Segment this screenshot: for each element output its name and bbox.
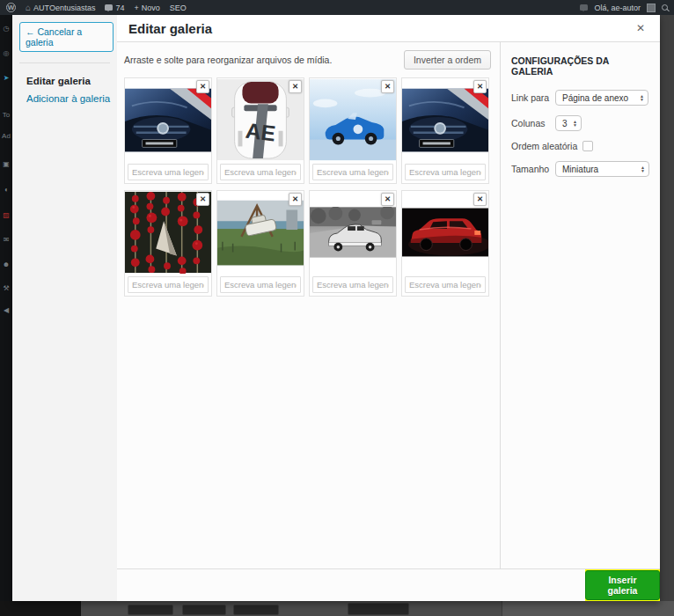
dashboard-icon: ◷ xyxy=(0,25,12,33)
ae-stripe-text: AE xyxy=(245,119,277,146)
remove-image-icon[interactable]: ✕ xyxy=(196,80,209,93)
submenu-adicionar-icon: Ad xyxy=(0,132,12,141)
remove-image-icon[interactable]: ✕ xyxy=(381,193,394,206)
modal-sidebar: ← Cancelar a galeria Editar galeria Adic… xyxy=(12,15,117,601)
notification-bubble-icon[interactable] xyxy=(580,4,588,11)
dimmed-panel xyxy=(502,601,674,616)
remove-image-icon[interactable]: ✕ xyxy=(473,193,487,206)
instruction-row: Arraste e solte para reorganizar arquivo… xyxy=(124,50,491,70)
comments-link[interactable]: 74 xyxy=(105,4,124,12)
user-greeting[interactable]: Olá, ae-autor xyxy=(594,4,641,12)
random-order-label: Ordem aleatória xyxy=(511,141,577,151)
wordpress-logo-menu[interactable]: W xyxy=(6,3,16,12)
settings-heading: CONFIGURAÇÕES DA GALERIA xyxy=(511,55,649,77)
remove-image-icon[interactable]: ✕ xyxy=(381,80,394,93)
gallery-item[interactable]: ✕ xyxy=(124,190,212,297)
columns-label: Colunas xyxy=(511,118,555,128)
columns-value: 3 xyxy=(562,119,568,128)
modal-body: Arraste e solte para reorganizar arquivo… xyxy=(117,42,660,568)
caption-input[interactable] xyxy=(128,276,209,293)
select-stepper-icon: ▲▼ xyxy=(635,94,644,102)
caption-input[interactable] xyxy=(312,164,393,180)
dimmed-admin-menu xyxy=(0,601,81,616)
media-icon: ▣ xyxy=(0,160,12,169)
posts-pin-icon: ➤ xyxy=(0,74,12,83)
columns-select[interactable]: 3 ▲▼ xyxy=(555,115,582,131)
cancel-gallery-button[interactable]: ← Cancelar a galeria xyxy=(19,22,114,52)
reverse-order-button[interactable]: Inverter a ordem xyxy=(404,50,491,70)
site-link[interactable]: ⌂ AUTOentusiastas xyxy=(26,4,95,12)
modal-title: Editar galeria xyxy=(128,21,212,36)
notifications-icon: ◎ xyxy=(0,49,12,58)
site-name: AUTOentusiastas xyxy=(33,4,95,12)
caption-input[interactable] xyxy=(405,164,486,180)
dimmed-button-4 xyxy=(348,603,409,615)
gallery-item[interactable]: ✕ xyxy=(216,190,304,297)
comments-count: 74 xyxy=(115,4,124,12)
gallery-grid: ✕ xyxy=(124,77,491,297)
random-order-row: Ordem aleatória xyxy=(511,141,649,151)
caption-input[interactable] xyxy=(405,276,486,293)
gallery-item[interactable]: ✕ xyxy=(309,190,397,297)
profile-icon: ☻ xyxy=(0,260,12,269)
dimmed-button-2 xyxy=(182,605,226,615)
select-stepper-icon: ▲▼ xyxy=(568,120,577,128)
modal-main: Editar galeria ✕ Arraste e solte para re… xyxy=(117,15,660,601)
avatar[interactable] xyxy=(647,4,656,12)
comments-icon: ◖ xyxy=(0,186,12,194)
link-to-label: Link para xyxy=(511,92,555,103)
edit-gallery-modal: ← Cancelar a galeria Editar galeria Adic… xyxy=(12,15,660,601)
gallery-settings-panel: CONFIGURAÇÕES DA GALERIA Link para Págin… xyxy=(500,42,660,568)
dimmed-button-3 xyxy=(233,605,279,615)
classic-bw-art xyxy=(310,207,396,258)
seo-label: SEO xyxy=(170,4,187,12)
link-to-row: Link para Página de anexo ▲▼ xyxy=(511,90,649,106)
size-row: Tamanho Miniatura ▲▼ xyxy=(511,161,649,177)
size-label: Tamanho xyxy=(511,164,555,174)
seo-menu[interactable]: SEO xyxy=(170,4,187,12)
modal-footer: Inserir galeria xyxy=(117,568,660,601)
caption-input[interactable] xyxy=(220,164,301,180)
random-order-checkbox[interactable] xyxy=(582,141,593,151)
close-icon[interactable]: ✕ xyxy=(633,20,648,36)
wrecked-car-art xyxy=(217,200,304,266)
size-value: Miniatura xyxy=(562,165,598,174)
size-select[interactable]: Miniatura ▲▼ xyxy=(555,161,649,177)
modal-header: Editar galeria ✕ xyxy=(117,15,660,42)
submenu-todos-icon: To xyxy=(0,111,12,120)
dimmed-page-background xyxy=(0,601,674,616)
sidebar-item-add-to-gallery[interactable]: Adicionar à galeria xyxy=(12,90,117,107)
caption-input[interactable] xyxy=(220,276,301,293)
tools-icon: ⚒ xyxy=(0,284,12,293)
link-to-select[interactable]: Página de anexo ▲▼ xyxy=(555,90,648,106)
remove-image-icon[interactable]: ✕ xyxy=(473,80,487,93)
select-stepper-icon: ▲▼ xyxy=(636,165,645,173)
gallery-item[interactable]: ✕ xyxy=(401,190,489,297)
new-label: Novo xyxy=(142,4,160,12)
columns-row: Colunas 3 ▲▼ xyxy=(511,115,649,131)
gallery-item[interactable]: ✕ xyxy=(309,77,397,184)
collapse-icon: ◀ xyxy=(0,306,12,315)
caption-input[interactable] xyxy=(128,164,209,180)
gallery-item[interactable]: ✕ xyxy=(401,77,489,184)
mail-icon: ✉ xyxy=(0,236,12,245)
insert-gallery-button[interactable]: Inserir galeria xyxy=(585,570,660,600)
gallery-column: Arraste e solte para reorganizar arquivo… xyxy=(117,42,500,568)
sidebar-divider xyxy=(19,62,110,63)
search-icon[interactable] xyxy=(662,4,668,11)
comments-bubble-icon xyxy=(105,4,113,11)
admin-menu-strip: ◷◎➤ToAd▣◖▨✉☻⚒◀ xyxy=(0,15,12,601)
remove-image-icon[interactable]: ✕ xyxy=(196,193,209,206)
admin-bar: W ⌂ AUTOentusiastas 74 + Novo SEO Olá, a… xyxy=(0,0,674,15)
gallery-item[interactable]: AE ✕ xyxy=(216,77,304,184)
caption-input[interactable] xyxy=(312,276,393,293)
home-icon: ⌂ xyxy=(26,4,31,12)
link-to-value: Página de anexo xyxy=(562,93,628,103)
remove-image-icon[interactable]: ✕ xyxy=(289,193,302,206)
remove-image-icon[interactable]: ✕ xyxy=(289,80,302,93)
gallery-item[interactable]: ✕ xyxy=(124,77,212,184)
new-content-menu[interactable]: + Novo xyxy=(134,4,159,12)
dimmed-button-1 xyxy=(128,605,173,615)
sidebar-item-edit-gallery[interactable]: Editar galeria xyxy=(12,72,117,90)
plugin-alert-icon: ▨ xyxy=(0,211,12,220)
